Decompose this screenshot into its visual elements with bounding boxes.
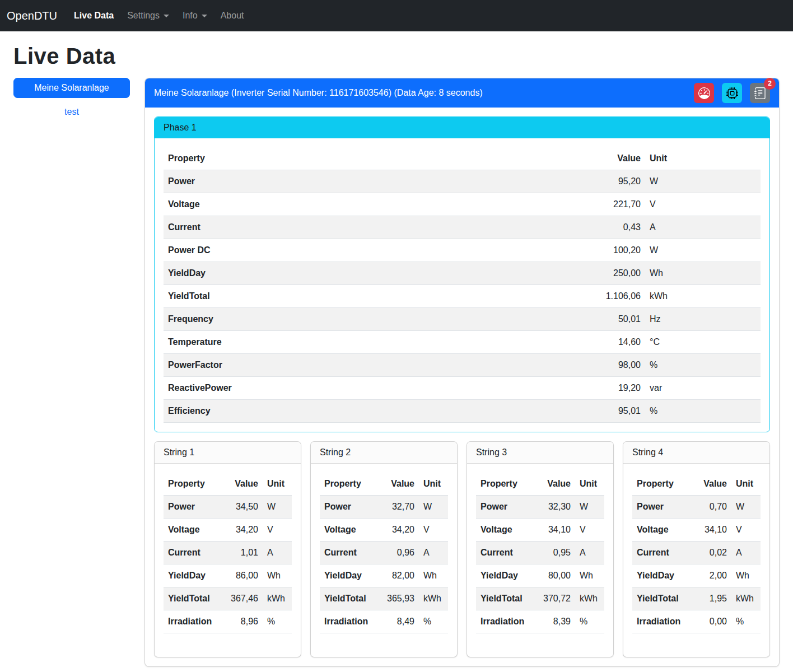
table-row: Power DC100,20W [164,239,761,262]
table-row: ReactivePower19,20var [164,377,761,400]
unit-cell: kWh [731,587,761,610]
value-cell: 95,20 [578,170,645,193]
phase-card-body: Property Value Unit Power95,20WVoltage22… [155,138,769,432]
nav-item-live-data[interactable]: Live Data [69,6,118,25]
nav-item-settings-label: Settings [127,11,160,21]
value-cell: 0,96 [379,542,419,564]
table-row: Irradiation8,96% [164,610,292,633]
table-row: Power34,50W [164,496,292,519]
property-cell: Current [476,542,535,564]
unit-cell: Wh [263,564,292,587]
unit-cell: V [575,519,604,542]
property-cell: Power [164,496,222,519]
value-cell: 365,93 [379,587,419,610]
unit-cell: A [575,542,604,564]
table-row: Power32,30W [476,496,604,519]
value-cell: 34,20 [379,519,419,542]
value-cell: 0,02 [691,542,731,564]
string-card-body: Property Value Unit Power32,70WVoltage34… [311,464,457,657]
column-header-unit: Unit [419,473,448,496]
inverter-list: Meine Solaranlage test [13,78,130,117]
table-row: Voltage34,10V [632,519,761,542]
nav-item-info-label: Info [183,11,198,21]
event-log-button[interactable]: 2 [750,83,770,103]
string-card-body: Property Value Unit Power34,50WVoltage34… [155,464,301,657]
table-row: Current0,95A [476,542,604,564]
column-header-value: Value [222,473,263,496]
string-card-header: String 4 [623,442,769,464]
table-row: YieldTotal365,93kWh [320,587,448,610]
column-header-property: Property [320,473,379,496]
value-cell: 32,70 [379,496,419,519]
phase-card: Phase 1 Property Value Unit Power95,20WV… [154,116,770,432]
cpu-icon [726,87,738,99]
nav-item-info[interactable]: Info [178,6,212,25]
table-row: Power32,70W [320,496,448,519]
column-header-property: Property [476,473,535,496]
value-cell: 250,00 [578,262,645,285]
value-cell: 86,00 [222,564,263,587]
value-cell: 8,96 [222,610,263,633]
device-info-button[interactable] [722,83,742,103]
unit-cell: Wh [575,564,604,587]
string-table: Property Value Unit Power0,70WVoltage34,… [632,473,761,633]
table-row: Current1,01A [164,542,292,564]
string-card-header: String 3 [467,442,613,464]
property-cell: YieldTotal [320,587,379,610]
page-title: Live Data [13,44,780,69]
unit-cell: A [419,542,448,564]
property-cell: ReactivePower [164,377,578,400]
navbar: OpenDTU Live Data Settings Info About [0,0,793,31]
property-cell: Current [320,542,379,564]
property-cell: Temperature [164,331,578,354]
property-cell: YieldDay [164,564,222,587]
property-cell: Power [476,496,535,519]
column-header-value: Value [379,473,419,496]
column-header-property: Property [164,147,578,170]
unit-cell: Wh [645,262,761,285]
table-row: Irradiation8,49% [320,610,448,633]
table-header-row: Property Value Unit [320,473,448,496]
property-cell: Current [632,542,691,564]
table-row: Voltage34,20V [164,519,292,542]
phase-card-header: Phase 1 [155,117,769,138]
value-cell: 1,95 [691,587,731,610]
limit-settings-button[interactable] [694,83,714,103]
event-count-badge: 2 [764,78,776,90]
table-row: Temperature14,60°C [164,331,761,354]
value-cell: 50,01 [578,308,645,331]
string-table: Property Value Unit Power34,50WVoltage34… [164,473,292,633]
inverter-button-meine-solaranlage[interactable]: Meine Solaranlage [13,78,130,98]
table-row: Current0,02A [632,542,761,564]
table-row: YieldDay86,00Wh [164,564,292,587]
inverter-link-test[interactable]: test [13,107,130,117]
column-header-value: Value [578,147,645,170]
value-cell: 34,10 [691,519,731,542]
property-cell: YieldTotal [632,587,691,610]
string-card: String 2 Property Value Unit Power32,70W… [310,441,458,657]
unit-cell: var [645,377,761,400]
property-cell: YieldTotal [164,587,222,610]
property-cell: PowerFactor [164,354,578,377]
unit-cell: W [263,496,292,519]
table-row: Voltage34,10V [476,519,604,542]
table-header-row: Property Value Unit [632,473,761,496]
nav-item-settings[interactable]: Settings [123,6,174,25]
column-header-unit: Unit [263,473,292,496]
table-row: YieldTotal367,46kWh [164,587,292,610]
string-card: String 3 Property Value Unit Power32,30W… [467,441,614,657]
table-row: Power0,70W [632,496,761,519]
unit-cell: W [731,496,761,519]
value-cell: 34,10 [535,519,575,542]
string-card-body: Property Value Unit Power0,70WVoltage34,… [623,464,769,657]
table-row: YieldTotal1,95kWh [632,587,761,610]
strings-row: String 1 Property Value Unit Power34,50W… [154,441,770,657]
column-header-unit: Unit [731,473,761,496]
value-cell: 367,46 [222,587,263,610]
nav-item-about[interactable]: About [216,6,249,25]
unit-cell: V [263,519,292,542]
unit-cell: W [645,239,761,262]
brand-logo[interactable]: OpenDTU [7,10,57,22]
chevron-down-icon [202,15,207,17]
value-cell: 1,01 [222,542,263,564]
